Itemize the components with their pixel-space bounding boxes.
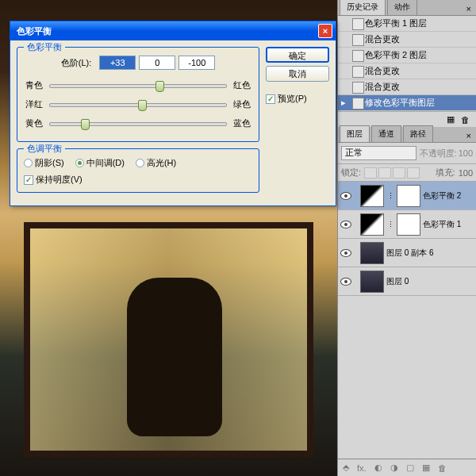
level-label: 色阶(L): [61,57,92,69]
new-layer-icon[interactable]: ▦ [422,463,430,473]
dialog-title: 色彩平衡 [17,25,318,37]
tone-radio-0[interactable]: 阴影(S) [24,157,64,169]
preserve-luminosity-check[interactable]: ✓ 保持明度(V) [24,174,252,186]
link-layers-icon[interactable]: ⬘ [343,463,349,473]
layer-item[interactable]: ⋮ 色彩平衡 2 [338,182,476,210]
slider-track[interactable] [49,116,227,130]
layers-panel: 图层 通道 路径 × 正常 不透明度: 100 锁定: 填充: 100 ⋮ 色彩… [338,127,476,296]
layer-item[interactable]: 图层 0 [338,267,476,296]
history-item[interactable]: 色彩平衡 1 图层 [338,16,476,32]
panel-menu-icon[interactable]: × [462,129,476,142]
slider-row-1: 洋红 绿色 [24,97,252,111]
tone-balance-group: 色调平衡 阴影(S) 中间调(D) 高光(H) ✓ 保持明度(V) [17,148,259,193]
slider-thumb[interactable] [81,119,90,130]
lock-label: 锁定: [341,167,361,178]
fill-value[interactable]: 100 [459,168,473,178]
silhouette-figure [127,278,222,436]
history-panel: 历史记录 动作 × 色彩平衡 1 图层混合更改色彩平衡 2 图层混合更改混合更改… [338,0,476,127]
tab-actions[interactable]: 动作 [387,0,417,15]
color-balance-group: 色彩平衡 色阶(L): 青色 红色 洋红 绿色 黄色 蓝色 [17,47,259,142]
history-item[interactable]: 色彩平衡 2 图层 [338,48,476,63]
link-icon[interactable]: ⋮ [386,221,394,228]
slider-thumb[interactable] [138,100,147,111]
slider-left-label: 青色 [24,79,44,91]
level-input-1[interactable] [99,56,136,70]
radio-icon [75,159,84,167]
tab-channels[interactable]: 通道 [371,125,401,142]
ok-button[interactable]: 确定 [266,47,329,63]
history-label: 混合更改 [365,33,400,45]
tone-label: 阴影(S) [35,157,64,169]
radio-icon [136,159,144,167]
visibility-icon[interactable] [340,190,352,202]
cancel-button[interactable]: 取消 [266,66,329,82]
history-footer: ▦ 🗑 [338,111,476,127]
tab-paths[interactable]: 路径 [403,125,433,142]
history-item[interactable]: 混合更改 [338,32,476,48]
preview-label: 预览(P) [278,93,307,105]
tone-label: 高光(H) [147,157,176,169]
mask-thumbnail[interactable] [397,185,420,207]
tab-history[interactable]: 历史记录 [340,0,386,15]
level-input-3[interactable] [178,56,215,70]
checkbox-icon: ✓ [266,94,275,104]
history-label: 混合更改 [365,81,400,93]
group-legend: 色彩平衡 [24,41,65,53]
fx-icon[interactable]: fx. [357,463,367,473]
tone-label: 中间调(D) [86,157,125,169]
visibility-icon[interactable] [340,247,352,259]
opacity-value[interactable]: 100 [459,148,473,158]
new-snapshot-icon[interactable]: ▦ [447,114,455,125]
history-label: 色彩平衡 2 图层 [365,49,427,61]
trash-icon[interactable]: 🗑 [461,115,470,125]
slider-right-label: 绿色 [232,98,252,110]
layer-thumbnail[interactable] [360,213,384,236]
layer-name-label: 色彩平衡 2 [423,190,474,202]
layer-thumbnail[interactable] [360,271,384,293]
history-item[interactable]: 混合更改 [338,63,476,79]
level-input-2[interactable] [139,56,175,70]
opacity-label: 不透明度: [420,148,457,159]
visibility-icon[interactable] [340,218,352,231]
adjustment-icon[interactable]: ◑ [390,463,398,473]
color-balance-dialog: 色彩平衡 × 色彩平衡 色阶(L): 青色 红色 洋红 绿色 黄色 蓝色 色调 [10,21,336,206]
folder-icon[interactable]: ▢ [406,463,414,473]
dialog-titlebar[interactable]: 色彩平衡 × [10,21,336,40]
history-item[interactable]: 修改色彩平衡图层 [338,95,476,111]
visibility-icon[interactable] [340,275,352,288]
panel-menu-icon[interactable]: × [462,2,476,15]
mask-icon[interactable]: ◐ [374,463,382,473]
lock-icons[interactable] [364,167,420,178]
layer-item[interactable]: 图层 0 副本 6 [338,239,476,267]
layer-name-label: 图层 0 [386,276,474,287]
history-label: 色彩平衡 1 图层 [365,17,427,29]
layer-thumbnail[interactable] [360,242,384,264]
link-icon[interactable]: ⋮ [386,192,394,200]
mask-thumbnail[interactable] [397,213,420,236]
radio-icon [24,159,33,167]
tone-radio-1[interactable]: 中间调(D) [75,157,125,169]
panels-sidebar: 历史记录 动作 × 色彩平衡 1 图层混合更改色彩平衡 2 图层混合更改混合更改… [337,0,476,476]
slider-right-label: 红色 [232,79,252,91]
group-legend: 色调平衡 [24,143,65,155]
slider-thumb[interactable] [155,81,164,92]
blend-mode-select[interactable]: 正常 [341,146,416,160]
slider-track[interactable] [49,97,227,111]
history-label: 修改色彩平衡图层 [365,97,435,109]
layer-item[interactable]: ⋮ 色彩平衡 1 [338,210,476,239]
close-icon[interactable]: × [318,24,332,38]
tone-radio-2[interactable]: 高光(H) [136,157,176,169]
preview-check[interactable]: ✓ 预览(P) [266,93,329,105]
layer-thumbnail[interactable] [360,185,384,207]
slider-left-label: 洋红 [24,98,44,110]
slider-track[interactable] [49,78,227,92]
slider-row-2: 黄色 蓝色 [24,116,252,130]
slider-row-0: 青色 红色 [24,78,252,92]
history-item[interactable]: 混合更改 [338,79,476,95]
layer-name-label: 图层 0 副本 6 [386,248,474,259]
trash-icon[interactable]: 🗑 [438,463,447,473]
slider-right-label: 蓝色 [232,117,252,129]
fill-label: 填充: [436,167,455,178]
tab-layers[interactable]: 图层 [340,125,370,142]
preserve-label: 保持明度(V) [36,174,83,186]
